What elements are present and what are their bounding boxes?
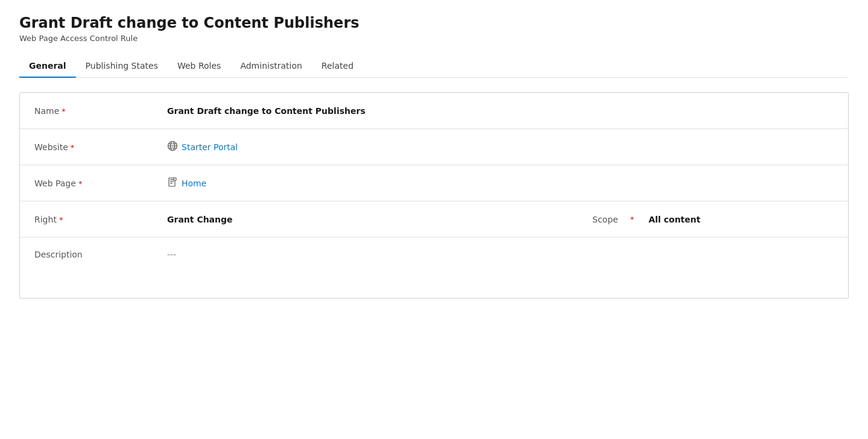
- svg-rect-7: [170, 181, 174, 182]
- webpage-label: Web Page*: [34, 178, 167, 188]
- right-row: Right* Grant Change Scope * All content: [20, 201, 848, 238]
- website-row: Website* Starter Portal: [20, 129, 848, 165]
- webpage-link-text: Home: [182, 178, 206, 188]
- scope-label: Scope: [592, 215, 618, 224]
- website-value: Starter Portal: [167, 141, 834, 153]
- scope-value: All content: [648, 215, 700, 224]
- description-value: ---: [167, 250, 834, 259]
- tab-bar: General Publishing States Web Roles Admi…: [19, 55, 849, 78]
- form-card: Name* Grant Draft change to Content Publ…: [19, 92, 849, 298]
- scope-required: *: [630, 215, 635, 224]
- tab-administration[interactable]: Administration: [230, 55, 311, 78]
- website-required: *: [71, 143, 75, 152]
- website-label: Website*: [34, 142, 167, 152]
- page-subtitle: Web Page Access Control Rule: [19, 34, 849, 43]
- page-title: Grant Draft change to Content Publishers: [19, 14, 849, 31]
- website-link[interactable]: Starter Portal: [167, 141, 834, 153]
- tab-web-roles[interactable]: Web Roles: [168, 55, 230, 78]
- name-row: Name* Grant Draft change to Content Publ…: [20, 93, 848, 129]
- globe-icon: [167, 141, 178, 153]
- website-link-text: Starter Portal: [182, 142, 238, 152]
- description-row: Description ---: [20, 238, 848, 298]
- right-label: Right*: [34, 215, 167, 224]
- tab-publishing-states[interactable]: Publishing States: [76, 55, 168, 78]
- right-required: *: [59, 215, 63, 224]
- webpage-value: Home: [167, 177, 834, 189]
- name-label: Name*: [34, 106, 167, 116]
- svg-rect-9: [174, 178, 176, 180]
- svg-rect-6: [170, 179, 174, 180]
- name-required: *: [62, 107, 66, 116]
- right-value: Grant Change: [167, 215, 568, 224]
- tab-general[interactable]: General: [19, 55, 76, 78]
- description-label: Description: [34, 250, 167, 259]
- name-value: Grant Draft change to Content Publishers: [167, 106, 834, 116]
- webpage-required: *: [78, 179, 83, 188]
- webpage-row: Web Page* Home: [20, 165, 848, 201]
- webpage-link[interactable]: Home: [167, 177, 834, 189]
- page-icon: [167, 177, 178, 189]
- svg-rect-8: [170, 183, 173, 183]
- tab-related[interactable]: Related: [312, 55, 363, 78]
